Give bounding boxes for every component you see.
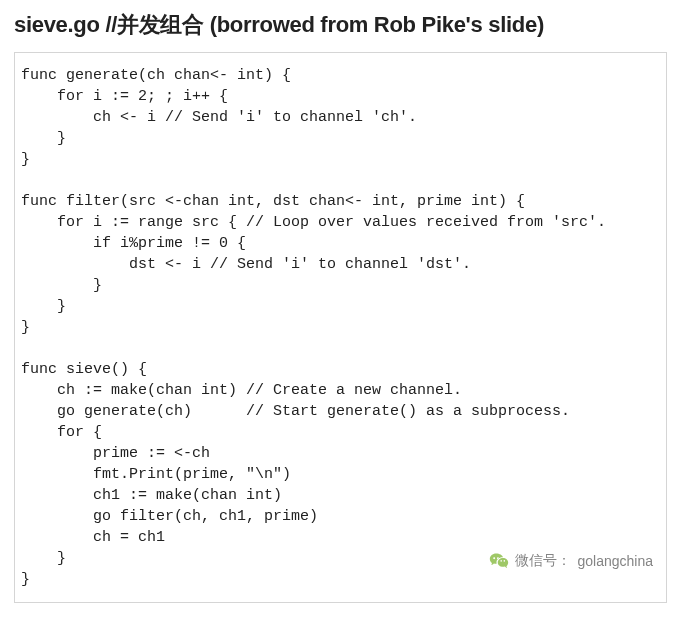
page-title: sieve.go //并发组合 (borrowed from Rob Pike'… <box>14 10 667 40</box>
code-block: func generate(ch chan<- int) { for i := … <box>14 52 667 603</box>
watermark-value: golangchina <box>577 553 653 569</box>
watermark: 微信号： golangchina <box>489 551 653 571</box>
watermark-label: 微信号： <box>515 552 571 570</box>
wechat-icon <box>489 551 509 571</box>
